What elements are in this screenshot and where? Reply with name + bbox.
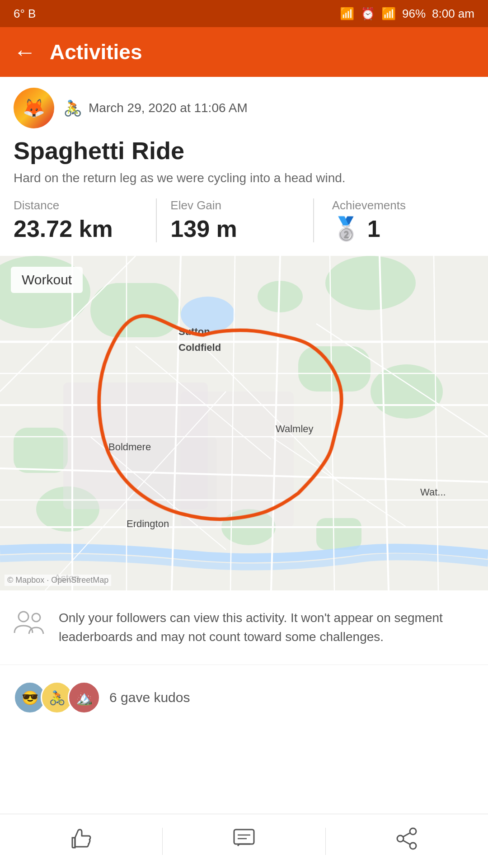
svg-text:Coldfield: Coldfield	[178, 342, 221, 353]
distance-label: Distance	[14, 198, 147, 212]
kudos-avatar-3[interactable]: 🏔️	[68, 681, 100, 714]
svg-rect-10	[316, 518, 361, 550]
medal-icon: 🥈	[332, 216, 360, 242]
back-button[interactable]: ←	[14, 39, 36, 65]
privacy-notice: Only your followers can view this activi…	[0, 590, 488, 665]
svg-point-45	[32, 613, 40, 622]
workout-badge: Workout	[11, 267, 83, 293]
svg-point-7	[371, 364, 443, 419]
status-bar: 6° B 📶 ⏰ 📶 96% 8:00 am	[0, 0, 488, 27]
svg-text:Boldmere: Boldmere	[108, 441, 151, 453]
alarm-icon: ⏰	[361, 7, 375, 21]
like-button[interactable]	[0, 814, 162, 868]
map-copyright: © Mapbox · OpenStreetMap	[5, 575, 111, 586]
svg-rect-46	[234, 830, 254, 844]
thumbs-up-icon	[69, 826, 94, 857]
map-container[interactable]: Sutton Coldfield Boldmere Walmley Erding…	[0, 256, 488, 590]
activity-date: March 29, 2020 at 11:06 AM	[89, 101, 248, 115]
elev-gain-value: 139 m	[170, 215, 304, 242]
achievements-label: Achievements	[332, 198, 465, 212]
share-icon	[394, 826, 419, 857]
avatar[interactable]: 🦊	[14, 88, 54, 128]
svg-line-52	[403, 833, 410, 837]
stat-achievements: Achievements 🥈 1	[313, 198, 474, 242]
kudos-avatars: 😎 🚴 🏔️	[14, 681, 100, 714]
bottom-nav	[0, 814, 488, 868]
svg-point-51	[397, 835, 404, 842]
status-right: 📶 ⏰ 📶 96% 8:00 am	[340, 7, 474, 21]
activity-description: Hard on the return leg as we were cyclin…	[0, 169, 488, 198]
share-button[interactable]	[326, 814, 488, 868]
svg-text:Wat...: Wat...	[420, 486, 446, 498]
svg-point-50	[410, 843, 416, 849]
signal-icon: 📶	[381, 7, 396, 21]
bike-icon: 🚴	[63, 99, 82, 117]
stats-row: Distance 23.72 km Elev Gain 139 m Achiev…	[0, 198, 488, 256]
clock-time: 8:00 am	[432, 7, 474, 21]
kudos-text: 6 gave kudos	[109, 690, 190, 705]
svg-line-53	[403, 840, 410, 844]
svg-point-44	[19, 612, 28, 622]
elev-gain-label: Elev Gain	[170, 198, 304, 212]
map-svg: Sutton Coldfield Boldmere Walmley Erding…	[0, 256, 488, 590]
svg-point-2	[325, 256, 416, 310]
svg-text:Walmley: Walmley	[276, 423, 314, 434]
svg-point-49	[410, 828, 416, 835]
kudos-row: 😎 🚴 🏔️ 6 gave kudos	[0, 665, 488, 727]
distance-value: 23.72 km	[14, 215, 147, 242]
meta-info: 🚴 March 29, 2020 at 11:06 AM	[63, 99, 248, 117]
svg-rect-3	[90, 283, 181, 337]
stat-distance: Distance 23.72 km	[14, 198, 156, 242]
svg-text:Erdington: Erdington	[127, 518, 169, 529]
header: ← Activities	[0, 27, 488, 77]
followers-icon	[14, 610, 45, 644]
activity-meta: 🦊 🚴 March 29, 2020 at 11:06 AM	[0, 77, 488, 133]
stat-elev-gain: Elev Gain 139 m	[156, 198, 313, 242]
status-temp: 6° B	[14, 7, 36, 21]
header-title: Activities	[50, 40, 142, 64]
comment-icon	[231, 826, 257, 857]
privacy-text: Only your followers can view this activi…	[59, 609, 474, 646]
status-left: 6° B	[14, 7, 36, 21]
achievements-value: 1	[367, 215, 380, 242]
svg-rect-8	[14, 428, 68, 473]
battery-level: 96%	[402, 7, 426, 21]
bluetooth-icon: 📶	[340, 7, 354, 21]
activity-title: Spaghetti Ride	[0, 133, 488, 169]
comment-button[interactable]	[163, 814, 325, 868]
main-content: 🦊 🚴 March 29, 2020 at 11:06 AM Spaghetti…	[0, 77, 488, 786]
